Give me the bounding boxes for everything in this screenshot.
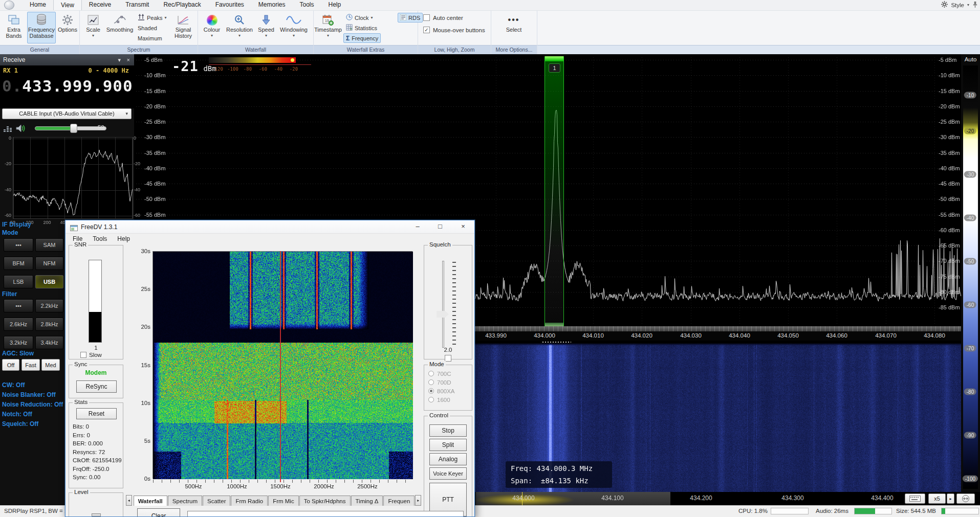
if-display-label[interactable]: IF Display xyxy=(2,221,31,228)
freedv-tab-waterfall[interactable]: Waterfall xyxy=(134,496,167,506)
menu-help[interactable]: Help xyxy=(112,234,135,245)
squelch-slider-handle[interactable] xyxy=(437,311,449,318)
minimize-button[interactable]: – xyxy=(409,221,426,232)
zoom-x5-button[interactable]: x5 xyxy=(928,493,946,504)
freedv-titlebar[interactable]: FreeDV 1.3.1 – □ × xyxy=(66,220,474,234)
colour-button[interactable]: Colour ▾ xyxy=(200,12,224,43)
tuned-frequency[interactable]: 0.433.999.900 xyxy=(2,77,133,95)
filter-button-32khz[interactable]: 3.2kHz xyxy=(4,336,33,349)
filter-button-22khz[interactable]: 2.2kHz xyxy=(35,299,63,312)
tab-rec-playback[interactable]: Rec/Playback xyxy=(156,0,208,10)
panel-collapse-icon[interactable]: ▾ xyxy=(118,54,121,65)
tab-scroll-left-icon[interactable]: ◂ xyxy=(126,495,132,506)
legend-auto-label[interactable]: Auto xyxy=(961,56,980,62)
speaker-icon[interactable] xyxy=(15,124,26,135)
style-menu[interactable]: Style xyxy=(951,2,964,8)
scale-button[interactable]: Scale ▾ xyxy=(82,12,104,43)
mouse-over-checkbox[interactable]: ✓ Mouse-over buttons xyxy=(423,27,485,33)
freedv-tab-timing-[interactable]: Timing Δ xyxy=(351,496,383,506)
tab-receive[interactable]: Receive xyxy=(82,0,118,10)
agc-button-fast[interactable]: Fast xyxy=(21,359,40,371)
options-button[interactable]: Options xyxy=(57,12,78,43)
smoothing-button[interactable]: Smoothing xyxy=(105,12,134,43)
timestamp-button[interactable]: 15 Timestamp ▾ xyxy=(315,12,341,43)
agc-button-off[interactable]: Off xyxy=(2,359,19,371)
speed-button[interactable]: Speed ▾ xyxy=(255,12,277,43)
shaded-button[interactable]: Shaded xyxy=(135,23,160,33)
keyboard-button[interactable] xyxy=(905,493,925,504)
freedv-mode-option-1600[interactable]: 1600 xyxy=(428,395,472,404)
tab-home[interactable]: Home xyxy=(23,0,53,10)
settings-gear-icon[interactable] xyxy=(941,1,948,9)
freedv-mode-option-700c[interactable]: 700C xyxy=(428,369,472,378)
freedv-tab-frequen[interactable]: Frequen xyxy=(383,496,415,506)
freedv-mode-option-700d[interactable]: 700D xyxy=(428,378,472,387)
freedv-mode-option-800xa[interactable]: 800XA xyxy=(428,387,472,395)
mode-button-bfm[interactable]: BFM xyxy=(4,257,33,270)
freedv-waterfall-plot[interactable] xyxy=(153,251,412,479)
mode-button-sam[interactable]: SAM xyxy=(35,238,63,252)
maximize-button[interactable]: □ xyxy=(431,221,449,232)
resync-button[interactable]: ReSync xyxy=(76,380,117,393)
frequency-button[interactable]: Σ Frequency xyxy=(343,33,381,43)
freedv-tab-frm-mic[interactable]: Frm Mic xyxy=(268,496,299,506)
level-slider-handle[interactable] xyxy=(92,513,101,516)
band-overview-bar[interactable]: 434.000434.100434.200434.300434.400 x5 ▸ xyxy=(476,492,980,505)
tab-memories[interactable]: Memories xyxy=(251,0,293,10)
filter-button-34khz[interactable]: 3.4kHz xyxy=(35,336,63,349)
close-button[interactable]: × xyxy=(454,221,472,232)
freedv-text-field[interactable] xyxy=(187,511,464,517)
pin-icon[interactable] xyxy=(972,1,978,9)
mode-button-lsb[interactable]: LSB xyxy=(4,275,33,288)
select-button[interactable]: ••• Select xyxy=(500,12,527,43)
mode-button-nfm[interactable]: NFM xyxy=(35,257,63,270)
freedv-tab-frm-radio[interactable]: Frm Radio xyxy=(231,496,268,506)
extra-bands-button[interactable]: Extra Bands xyxy=(2,12,26,43)
tab-favourites[interactable]: Favourites xyxy=(208,0,251,10)
ribbon-tabs: HomeViewReceiveTransmitRec/PlaybackFavou… xyxy=(23,0,348,10)
panel-close-icon[interactable]: × xyxy=(127,54,130,65)
mode-button-usb[interactable]: USB xyxy=(35,275,63,288)
span-toggle-button[interactable] xyxy=(956,493,975,504)
tab-view[interactable]: View xyxy=(53,0,82,10)
freedv-tab-to-spkr-hdphns[interactable]: To Spkr/Hdphns xyxy=(299,496,351,506)
app-menu-button[interactable] xyxy=(4,1,14,10)
tab-tools[interactable]: Tools xyxy=(293,0,321,10)
control-button-split[interactable]: Split xyxy=(429,439,467,451)
filter-button-[interactable]: ••• xyxy=(4,299,33,312)
peaks-button[interactable]: Peaks ▾ xyxy=(135,13,169,23)
mode-button-[interactable]: ••• xyxy=(4,238,33,252)
control-button-voice-keyer[interactable]: Voice Keyer xyxy=(429,467,467,480)
clear-button[interactable]: Clear xyxy=(137,508,180,517)
agc-button-med[interactable]: Med xyxy=(41,359,60,371)
squelch-enable-checkbox[interactable] xyxy=(445,355,451,362)
tab-transmit[interactable]: Transmit xyxy=(118,0,156,10)
equalizer-icon[interactable] xyxy=(3,124,12,134)
frequency-database-button[interactable]: Frequency Database xyxy=(27,12,56,43)
clock-button[interactable]: Clock ▾ xyxy=(343,13,376,23)
tab-help[interactable]: Help xyxy=(321,0,349,10)
volume-slider-thumb[interactable] xyxy=(70,124,77,133)
squelch-slider-track[interactable] xyxy=(442,261,444,348)
audio-input-select[interactable]: CABLE Input (VB-Audio Virtual Cable) ▾ xyxy=(2,108,132,119)
statistics-button[interactable]: 9 Statistics xyxy=(343,23,380,33)
auto-center-checkbox[interactable]: Auto center xyxy=(423,14,463,21)
snr-slow-checkbox[interactable]: Slow xyxy=(80,352,102,358)
filter-button-26khz[interactable]: 2.6kHz xyxy=(4,318,33,331)
filter-button-28khz[interactable]: 2.8kHz xyxy=(35,318,63,331)
freedv-tab-scatter[interactable]: Scatter xyxy=(203,496,230,506)
menu-tools[interactable]: Tools xyxy=(88,234,112,245)
tuned-channel-band[interactable]: 1 xyxy=(545,56,564,326)
windowing-button[interactable]: Windowing ▾ xyxy=(278,12,310,43)
receive-panel-header[interactable]: Receive ▾ × xyxy=(0,54,134,65)
maximum-button[interactable]: Maximum xyxy=(135,33,165,43)
signal-history-button[interactable]: Signal History xyxy=(171,12,195,43)
stats-reset-button[interactable]: Reset xyxy=(76,408,117,419)
resolution-button[interactable]: Resolution ▾ xyxy=(225,12,254,43)
control-button-analog[interactable]: Analog xyxy=(429,453,467,465)
control-button-stop[interactable]: Stop xyxy=(429,424,467,437)
volume-slider[interactable] xyxy=(35,126,106,130)
tab-scroll-right-icon[interactable]: ▸ xyxy=(415,495,421,506)
zoom-expand-arrow-button[interactable]: ▸ xyxy=(947,493,954,504)
freedv-tab-spectrum[interactable]: Spectrum xyxy=(168,496,202,506)
